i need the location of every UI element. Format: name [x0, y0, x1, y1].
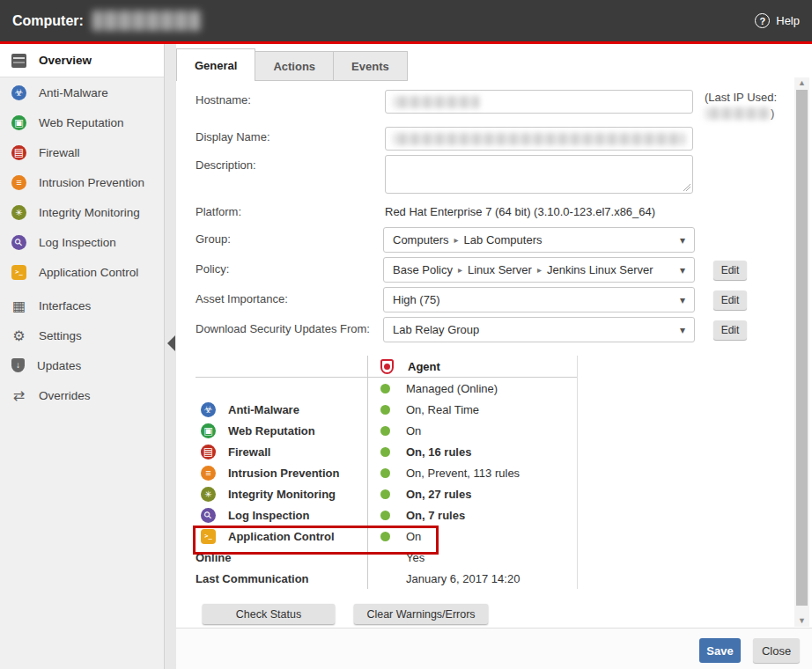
- tab-events[interactable]: Events: [334, 51, 408, 81]
- description-label: Description:: [196, 158, 256, 172]
- group-select[interactable]: Computers ▸ Lab Computers ▾: [383, 227, 695, 253]
- sidebar-item-integrity-monitoring[interactable]: ✳ Integrity Monitoring: [0, 197, 164, 227]
- gear-icon: ⚙: [11, 328, 26, 343]
- breadcrumb-sep-icon: ▸: [454, 235, 459, 245]
- platform-label: Platform:: [196, 205, 241, 218]
- sidebar-item-intrusion-prevention[interactable]: ≡ Intrusion Prevention: [0, 167, 164, 197]
- breadcrumb-sep-icon: ▸: [458, 265, 462, 275]
- application-control-icon: >_: [11, 265, 26, 280]
- sidebar-item-updates[interactable]: ↓ Updates: [0, 350, 164, 380]
- sidebar-item-label: Anti-Malware: [39, 86, 108, 99]
- asset-importance-select[interactable]: High (75) ▾: [383, 287, 695, 312]
- last-ip-used: (Last IP Used: ): [705, 91, 793, 120]
- policy-label: Policy:: [196, 262, 229, 276]
- overview-icon: [11, 54, 26, 68]
- hostname-input[interactable]: [385, 90, 693, 114]
- tab-actions[interactable]: Actions: [255, 51, 334, 81]
- computer-name-redacted: [92, 11, 201, 31]
- resize-grip-icon[interactable]: [683, 183, 690, 191]
- sidebar-item-label: Settings: [39, 329, 82, 342]
- scroll-down-icon[interactable]: ▼: [794, 615, 809, 627]
- updates-shield-icon: ↓: [11, 358, 25, 372]
- log-inspection-icon: ⚲: [11, 235, 26, 250]
- clear-warnings-button[interactable]: Clear Warnings/Errors: [354, 604, 488, 624]
- sidebar-item-label: Application Control: [39, 266, 138, 279]
- sidebar-item-log-inspection[interactable]: ⚲ Log Inspection: [0, 227, 164, 257]
- chevron-down-icon: ▾: [680, 234, 685, 246]
- status-green-dot: [380, 426, 390, 436]
- vertical-scrollbar[interactable]: ▲ ▼: [794, 77, 809, 627]
- status-green-dot: [380, 489, 390, 499]
- group-label: Group:: [196, 232, 231, 246]
- computer-details-window: Computer: ? Help Overview ☣ Anti-Malware…: [0, 0, 812, 669]
- policy-edit-button[interactable]: Edit: [713, 261, 747, 280]
- sidebar-item-label: Overview: [39, 54, 92, 67]
- status-table: Agent Managed (Online) ☣ Anti-Malware On…: [196, 356, 578, 589]
- download-updates-select[interactable]: Lab Relay Group ▾: [383, 317, 695, 342]
- status-row-application-control: >_ Application Control On: [196, 526, 577, 547]
- help-icon: ?: [755, 13, 770, 28]
- display-name-value-redacted: [393, 133, 685, 145]
- hostname-value-redacted: [393, 96, 479, 108]
- status-green-dot: [380, 447, 390, 457]
- download-updates-edit-button[interactable]: Edit: [713, 320, 747, 340]
- asset-importance-edit-button[interactable]: Edit: [713, 290, 747, 310]
- agent-column-header: Agent: [408, 360, 440, 373]
- sidebar-item-label: Updates: [37, 359, 81, 372]
- asset-importance-label: Asset Importance:: [196, 292, 288, 305]
- sidebar-item-label: Overrides: [39, 389, 91, 402]
- platform-value: Red Hat Enterprise 7 (64 bit) (3.10.0-12…: [385, 205, 655, 218]
- interfaces-icon: ▦: [11, 298, 26, 313]
- status-row-firewall: ▤ Firewall On, 16 rules: [196, 441, 577, 462]
- sidebar-item-overrides[interactable]: ⇄ Overrides: [0, 380, 164, 410]
- sidebar-item-label: Log Inspection: [39, 236, 116, 249]
- sidebar-item-anti-malware[interactable]: ☣ Anti-Malware: [0, 77, 164, 107]
- status-header-row: Agent: [196, 356, 577, 378]
- intrusion-prevention-icon: ≡: [11, 175, 26, 190]
- download-updates-label: Download Security Updates From:: [196, 322, 370, 335]
- sidebar-item-application-control[interactable]: >_ Application Control: [0, 257, 164, 287]
- sidebar-item-firewall[interactable]: ▤ Firewall: [0, 137, 164, 167]
- status-row-anti-malware: ☣ Anti-Malware On, Real Time: [196, 399, 577, 420]
- status-row-log-inspection: ⚲ Log Inspection On, 7 rules: [196, 504, 577, 526]
- policy-select[interactable]: Base Policy ▸ Linux Server ▸ Jenkins Lin…: [383, 257, 695, 283]
- status-row-last-communication: Last Communication January 6, 2017 14:20: [196, 568, 577, 589]
- sidebar-item-settings[interactable]: ⚙ Settings: [0, 320, 164, 350]
- check-status-button[interactable]: Check Status: [203, 604, 335, 624]
- log-inspection-icon: ⚲: [201, 508, 216, 523]
- sidebar-item-label: Web Reputation: [39, 116, 124, 129]
- sidebar-collapse-handle[interactable]: [167, 335, 175, 351]
- help-label: Help: [776, 14, 800, 27]
- display-name-input[interactable]: [385, 127, 693, 151]
- firewall-icon: ▤: [11, 145, 26, 160]
- page-title: Computer:: [12, 13, 84, 29]
- scroll-up-icon[interactable]: ▲: [794, 77, 809, 89]
- last-ip-value-redacted: [705, 107, 771, 120]
- status-green-dot: [380, 511, 390, 520]
- scrollbar-thumb[interactable]: [796, 90, 808, 606]
- breadcrumb-sep-icon: ▸: [537, 265, 542, 275]
- tab-bar: General Actions Events: [176, 48, 408, 81]
- status-row-intrusion-prevention: ≡ Intrusion Prevention On, Prevent, 113 …: [196, 462, 577, 483]
- sidebar-item-overview[interactable]: Overview: [0, 44, 164, 77]
- close-button[interactable]: Close: [753, 638, 800, 663]
- sidebar-item-label: Firewall: [39, 146, 80, 159]
- tab-general[interactable]: General: [176, 48, 255, 81]
- anti-malware-icon: ☣: [201, 402, 216, 417]
- intrusion-prevention-icon: ≡: [201, 466, 216, 481]
- save-button[interactable]: Save: [699, 638, 741, 663]
- application-control-icon: >_: [201, 529, 216, 544]
- status-green-dot: [380, 384, 390, 393]
- sidebar-item-web-reputation[interactable]: ▣ Web Reputation: [0, 107, 164, 137]
- status-row-online: Online Yes: [196, 547, 577, 568]
- sidebar-item-label: Integrity Monitoring: [39, 206, 140, 219]
- status-green-dot: [380, 468, 390, 478]
- sidebar-item-label: Interfaces: [39, 299, 91, 312]
- help-link[interactable]: ? Help: [755, 13, 800, 28]
- web-reputation-icon: ▣: [201, 423, 216, 438]
- sidebar-item-interfaces[interactable]: ▦ Interfaces: [0, 290, 164, 320]
- overrides-shuffle-icon: ⇄: [11, 388, 26, 403]
- description-textarea[interactable]: [385, 155, 693, 194]
- status-green-dot: [380, 532, 390, 541]
- display-name-label: Display Name:: [196, 130, 270, 143]
